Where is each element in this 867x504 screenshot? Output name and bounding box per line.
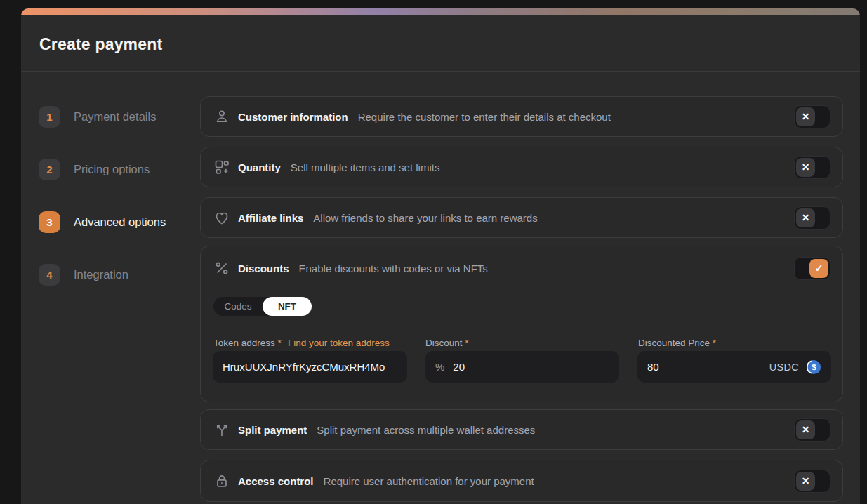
quantity-toggle[interactable]: ✕ [794,156,830,179]
token-address-label: Token address * [213,338,282,348]
toggle-knob: ✕ [796,107,815,126]
svg-text:$: $ [812,363,816,371]
step-number-badge: 4 [39,264,60,286]
step-label: Advanced options [74,215,166,229]
discounted-price-label: Discounted Price * [638,338,716,348]
option-title: Discounts [238,263,289,274]
percent-icon [213,260,230,277]
find-token-address-link[interactable]: Find your token address [288,338,390,348]
currency-label: USDC [769,362,799,373]
discounted-price-input-wrap: USDC $ [637,351,831,383]
step-payment-details[interactable]: 1 Payment details [39,106,156,128]
option-title: Access control [238,475,314,487]
affiliate-links-card: Affiliate links Allow friends to share y… [200,197,843,238]
customer-information-card: Customer information Require the custome… [200,96,843,137]
usdc-coin-icon: $ [806,359,821,375]
customer-information-toggle[interactable]: ✕ [794,105,830,128]
step-pricing-options[interactable]: 2 Pricing options [39,159,150,180]
x-icon: ✕ [802,476,810,486]
gradient-accent-bar [21,8,860,15]
toggle-knob: ✓ [809,259,828,278]
option-title: Affiliate links [238,212,303,224]
option-description: Require user authentication for your pay… [324,475,534,487]
discount-input-wrap: % [425,351,619,383]
split-payment-toggle[interactable]: ✕ [794,418,830,442]
quantity-icon [213,159,230,175]
tab-codes[interactable]: Codes [213,297,263,316]
discounts-card: Discounts Enable discounts with codes or… [200,246,843,402]
split-arrows-icon [213,421,230,438]
x-icon: ✕ [802,425,810,435]
step-label: Payment details [74,110,156,124]
discount-label: Discount * [425,338,469,348]
required-asterisk: * [278,338,282,348]
access-control-toggle[interactable]: ✕ [794,470,830,493]
step-integration[interactable]: 4 Integration [39,264,128,286]
discount-type-tabs: Codes NFT [213,297,312,316]
option-description: Split payment across multiple wallet add… [317,424,535,436]
toggle-knob: ✕ [796,208,815,227]
step-label: Pricing options [74,163,150,176]
lock-icon [213,472,230,489]
option-title: Split payment [238,424,307,436]
quantity-card: Quantity Sell multiple items and set lim… [200,147,843,187]
required-asterisk: * [465,338,468,348]
token-address-input-wrap [213,351,407,383]
step-advanced-options[interactable]: 3 Advanced options [39,211,166,233]
toggle-knob: ✕ [796,472,815,491]
access-control-card: Access control Require user authenticati… [200,460,843,502]
option-description: Allow friends to share your links to ear… [313,212,537,224]
create-payment-modal: Create payment 1 Payment details 2 Prici… [21,8,860,504]
page-title: Create payment [39,35,162,54]
option-description: Enable discounts with codes or via NFTs [299,263,488,274]
x-icon: ✕ [802,112,810,121]
affiliate-links-toggle[interactable]: ✕ [794,206,830,230]
option-description: Require the customer to enter their deta… [358,111,611,123]
check-icon: ✓ [815,263,823,273]
percent-prefix: % [435,361,444,373]
toggle-knob: ✕ [796,420,815,439]
x-icon: ✕ [802,162,810,172]
x-icon: ✕ [802,213,810,223]
option-title: Customer information [238,111,348,123]
heart-icon [213,209,230,226]
discounted-price-input[interactable] [647,361,732,373]
header-divider [21,71,860,72]
split-payment-card: Split payment Split payment across multi… [200,409,843,450]
tab-nft[interactable]: NFT [263,297,312,316]
option-description: Sell multiple items and set limits [291,161,440,173]
step-label: Integration [74,268,128,281]
discount-input[interactable] [453,361,609,373]
required-asterisk: * [713,338,716,348]
discounts-toggle[interactable]: ✓ [794,257,830,280]
step-number-badge: 1 [39,106,60,128]
option-title: Quantity [238,161,281,173]
token-address-input[interactable] [223,361,397,373]
user-icon [213,108,230,125]
step-number-badge: 3 [39,211,60,233]
step-number-badge: 2 [39,159,60,180]
toggle-knob: ✕ [796,158,815,177]
